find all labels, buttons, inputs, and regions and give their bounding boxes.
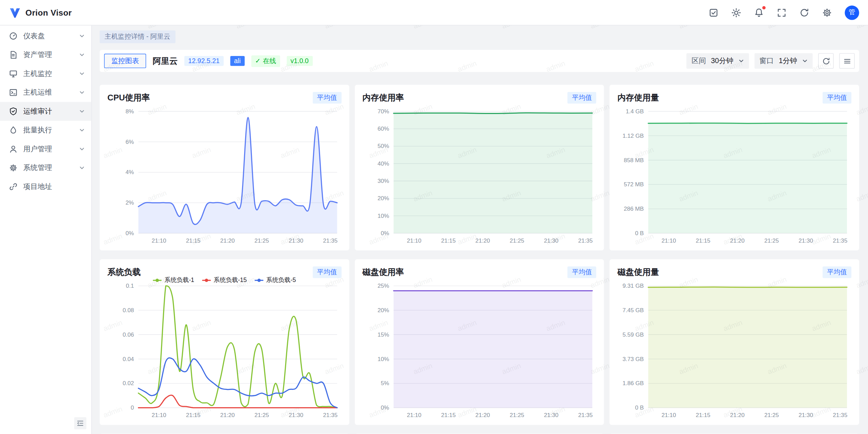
svg-text:10%: 10% bbox=[377, 212, 389, 219]
host-ip-chip[interactable]: 12.92.5.21 bbox=[184, 56, 223, 66]
svg-text:1.12 GB: 1.12 GB bbox=[623, 132, 644, 139]
disk-usage-amount-card: 磁盘使用量 平均值 9.31 GB7.45 GB5.59 GB3.73 GB1.… bbox=[610, 259, 859, 425]
svg-text:0.08: 0.08 bbox=[123, 307, 134, 314]
chart-refresh-button[interactable] bbox=[818, 53, 834, 69]
chart-title: 内存使用量 bbox=[617, 92, 659, 103]
svg-text:21:15: 21:15 bbox=[696, 237, 711, 244]
interval-select[interactable]: 区间 30分钟 bbox=[687, 53, 749, 69]
memory-usage-amount-chart[interactable]: 1.4 GB1.12 GB858 MB572 MB286 MB0 B21:102… bbox=[617, 105, 851, 248]
svg-text:21:30: 21:30 bbox=[544, 412, 558, 418]
svg-text:8%: 8% bbox=[125, 108, 134, 115]
svg-text:50%: 50% bbox=[377, 143, 389, 150]
app-logo[interactable]: Orion Visor bbox=[9, 6, 72, 19]
svg-text:70%: 70% bbox=[377, 108, 389, 115]
svg-text:21:10: 21:10 bbox=[152, 237, 166, 244]
legend-item[interactable]: 系统负载-1 bbox=[153, 276, 194, 284]
chevron-down-icon bbox=[79, 90, 84, 95]
system-load-card: 系统负载 平均值 0.10.080.060.040.02021:1021:152… bbox=[100, 259, 349, 425]
svg-text:5%: 5% bbox=[380, 380, 389, 387]
shield-icon bbox=[9, 107, 18, 116]
check-square-icon[interactable] bbox=[709, 7, 718, 17]
fullscreen-icon[interactable] bbox=[777, 7, 787, 17]
terminal-icon bbox=[9, 88, 18, 97]
gauge-icon bbox=[9, 32, 18, 40]
svg-text:21:15: 21:15 bbox=[186, 237, 200, 244]
user-icon bbox=[9, 145, 18, 153]
disk-usage-percent-chart[interactable]: 25%20%15%10%5%0%21:1021:1521:2021:2521:3… bbox=[362, 279, 596, 422]
main-content: 主机监控详情 - 阿里云 监控图表 阿里云 12.92.5.21 ali ✓在线… bbox=[92, 25, 868, 434]
svg-text:0 B: 0 B bbox=[635, 230, 644, 237]
notification-dot bbox=[762, 6, 766, 9]
window-select[interactable]: 窗口 1分钟 bbox=[754, 53, 813, 69]
host-name: 阿里云 bbox=[153, 56, 178, 66]
svg-text:21:25: 21:25 bbox=[255, 237, 269, 244]
settings-gear-icon[interactable] bbox=[822, 7, 832, 17]
refresh-icon[interactable] bbox=[800, 7, 809, 17]
svg-text:21:10: 21:10 bbox=[407, 412, 421, 418]
legend-item[interactable]: 系统负载-5 bbox=[255, 276, 296, 284]
svg-text:21:10: 21:10 bbox=[662, 237, 676, 244]
chart-list-button[interactable] bbox=[839, 53, 855, 69]
svg-text:0.06: 0.06 bbox=[123, 331, 134, 338]
system-load-chart[interactable]: 0.10.080.060.040.02021:1021:1521:2021:25… bbox=[107, 279, 341, 422]
svg-text:21:30: 21:30 bbox=[289, 412, 303, 418]
sidebar-item-user-mgmt[interactable]: 用户管理 bbox=[0, 139, 91, 158]
legend-item[interactable]: 系统负载-15 bbox=[202, 276, 247, 284]
droplet-icon bbox=[9, 126, 18, 135]
logo-icon bbox=[9, 6, 21, 19]
svg-text:0%: 0% bbox=[380, 404, 389, 411]
chevron-down-icon bbox=[79, 109, 84, 114]
avg-badge: 平均值 bbox=[823, 92, 851, 103]
svg-text:21:20: 21:20 bbox=[730, 237, 745, 244]
app-title: Orion Visor bbox=[25, 8, 72, 17]
svg-text:6%: 6% bbox=[125, 138, 134, 145]
svg-text:21:15: 21:15 bbox=[441, 412, 456, 418]
svg-text:21:25: 21:25 bbox=[765, 237, 779, 244]
svg-text:21:25: 21:25 bbox=[255, 412, 269, 418]
svg-text:21:20: 21:20 bbox=[475, 237, 490, 244]
tool-gear-icon bbox=[9, 164, 18, 172]
charts-grid: CPU使用率 平均值 8%6%4%2%0%21:1021:1521:2021:2… bbox=[100, 85, 859, 425]
theme-sun-icon[interactable] bbox=[731, 7, 741, 17]
user-avatar[interactable]: 管 bbox=[845, 5, 859, 20]
chevron-down-icon bbox=[79, 165, 84, 171]
svg-text:30%: 30% bbox=[377, 177, 389, 184]
cpu-usage-chart[interactable]: 8%6%4%2%0%21:1021:1521:2021:2521:3021:35 bbox=[107, 105, 341, 248]
avg-badge: 平均值 bbox=[568, 266, 596, 278]
svg-text:4%: 4% bbox=[125, 169, 134, 175]
svg-text:21:25: 21:25 bbox=[510, 237, 524, 244]
chevron-down-icon bbox=[79, 146, 84, 152]
chart-title: CPU使用率 bbox=[107, 92, 150, 103]
svg-text:60%: 60% bbox=[377, 125, 389, 132]
sidebar-item-host-ops[interactable]: 主机运维 bbox=[0, 83, 91, 102]
sidebar-item-assets[interactable]: 资产管理 bbox=[0, 45, 91, 64]
toolbar-controls: 区间 30分钟 窗口 1分钟 bbox=[687, 53, 855, 69]
sidebar-item-project-link[interactable]: 项目地址 bbox=[0, 177, 91, 196]
svg-text:21:15: 21:15 bbox=[696, 412, 711, 418]
svg-text:21:35: 21:35 bbox=[578, 237, 593, 244]
sidebar-item-dashboard[interactable]: 仪表盘 bbox=[0, 26, 91, 45]
svg-text:21:25: 21:25 bbox=[510, 412, 524, 418]
svg-text:21:30: 21:30 bbox=[799, 237, 813, 244]
svg-text:2%: 2% bbox=[125, 199, 134, 206]
sidebar-item-system-mgmt[interactable]: 系统管理 bbox=[0, 158, 91, 177]
sidebar-collapse-button[interactable] bbox=[74, 417, 86, 429]
memory-usage-percent-chart[interactable]: 70%60%50%40%30%20%10%0%21:1021:1521:2021… bbox=[362, 105, 596, 248]
chevron-down-icon bbox=[79, 128, 84, 133]
disk-usage-amount-chart[interactable]: 9.31 GB7.45 GB5.59 GB3.73 GB1.86 GB0 B21… bbox=[617, 279, 851, 422]
svg-text:858 MB: 858 MB bbox=[624, 157, 644, 164]
notifications-bell-icon[interactable] bbox=[754, 7, 764, 17]
svg-text:21:20: 21:20 bbox=[730, 412, 745, 418]
svg-text:21:30: 21:30 bbox=[289, 237, 303, 244]
breadcrumb: 主机监控详情 - 阿里云 bbox=[100, 31, 868, 43]
svg-text:21:10: 21:10 bbox=[662, 412, 676, 418]
svg-text:21:35: 21:35 bbox=[323, 237, 338, 244]
sidebar-item-host-monitor[interactable]: 主机监控 bbox=[0, 64, 91, 83]
sidebar-item-batch-exec[interactable]: 批量执行 bbox=[0, 121, 91, 140]
breadcrumb-chip[interactable]: 主机监控详情 - 阿里云 bbox=[100, 31, 175, 43]
host-tag-chip: ali bbox=[230, 56, 244, 66]
monitor-chart-button[interactable]: 监控图表 bbox=[104, 54, 146, 68]
svg-text:21:35: 21:35 bbox=[833, 412, 848, 418]
sidebar-item-ops-audit[interactable]: 运维审计 bbox=[0, 102, 91, 121]
host-status-chip: ✓在线 bbox=[251, 55, 280, 67]
